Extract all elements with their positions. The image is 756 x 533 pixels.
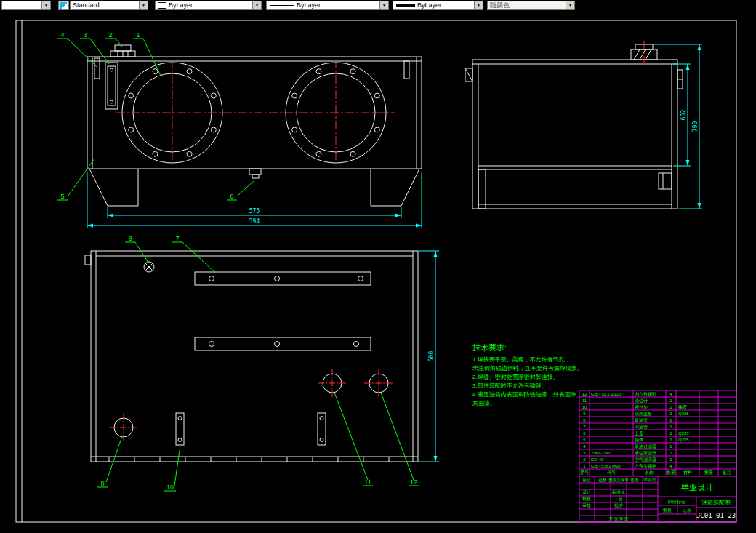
chevron-down-icon[interactable]: ▼ [379,1,388,9]
parts-row: 5 箱体 1 Q235 [583,437,689,442]
callout-label: 7 [175,235,179,242]
parts-row: 1 GB/T5781 M20 六角头螺栓 4 [583,463,672,469]
chevron-down-icon[interactable]: ▼ [566,1,574,9]
part-qty: 1 [669,431,672,436]
callout-label: 6 [230,193,233,200]
lineweight-sample-icon [396,4,415,7]
plotstyle-value: 随颜色 [488,1,520,9]
side-view [465,44,683,209]
tb-header-weight: 重量 [704,470,713,475]
part-code: EG-40 [591,457,604,462]
part-no: 7 [583,425,586,429]
rev-date: 年月日 [644,478,656,483]
tb-header-name: 名称 [645,470,654,476]
parts-row: 12 GB/T70.1-2000 内六角螺钉 4 [582,391,673,396]
parts-row: 7 回油管 1 [583,424,672,430]
color-value: ByLayer [166,1,203,9]
text-style-dropdown[interactable]: Standard ▼ [70,1,148,10]
part-name: 空气滤清器 [635,457,656,462]
bottom-view [85,251,418,462]
part-qty: 1 [669,444,672,449]
part-no: 9 [583,412,586,416]
bottom-view-centerlines [109,369,393,442]
part-qty: 1 [669,438,672,442]
chevron-down-icon[interactable]: ▼ [252,1,261,9]
part-name: 油位计 [635,398,648,404]
text-style-value: Standard [71,1,110,9]
color-dropdown[interactable]: ByLayer ▼ [155,1,262,10]
scale-label: 比例 [683,508,691,513]
part-name: 上盖 [634,430,643,436]
title-block: 12 GB/T70.1-2000 内六角螺钉 4 11 油位计 1 10 密封垫… [579,390,736,522]
part-material: Q235 [678,438,689,442]
callout-label: 3 [83,31,87,39]
part-no: 11 [582,398,587,403]
color-swatch-icon [158,2,166,9]
part-no: 8 [583,418,586,422]
tb-header-no: 序号 [580,470,589,475]
callout-label: 10 [166,484,174,491]
linetype-dropdown[interactable]: ByLayer ▼ [266,1,389,10]
part-name: 回油管 [635,424,648,430]
lineweight-value: ByLayer [415,1,451,9]
part-qty: 2 [669,405,672,409]
part-material: Q235 [678,431,689,436]
part-code: GB/T70.1-2000 [591,392,622,396]
parts-row: 9 清洗盖板 2 Q235 [583,411,689,417]
dimension-value: 602 [680,110,687,121]
parts-row: 3 YWZ-150T 液位液温计 1 [583,450,672,455]
part-qty: 1 [669,451,672,455]
dimension-value: 500 [428,351,435,362]
sig-check: 校核 [582,497,591,501]
front-view [87,45,422,206]
tech-req-line: 未注倒角锐边倒钝，且不允许有漏焊现象。 [472,365,583,372]
project-title: 毕业设计 [681,483,713,492]
layer-dropdown[interactable]: ▼ [1,1,51,10]
chevron-down-icon[interactable]: ▼ [474,1,483,9]
part-name: 六角头螺栓 [635,463,656,469]
callout-label: 4 [60,31,64,39]
dimension-value: 790 [692,121,699,132]
part-no: 3 [583,451,586,455]
sig-standard: 标准化 [611,490,625,495]
rev-mark: 标记 [582,478,592,483]
part-qty: 1 [669,418,672,422]
part-material: 橡胶 [678,404,687,410]
part-name: 吸油管 [635,417,648,423]
part-no: 12 [582,392,587,396]
tb-header-qty: 数量 [667,470,675,475]
part-no: 10 [582,405,587,409]
sheet-frame [16,20,736,522]
chevron-down-icon[interactable]: ▼ [139,1,148,9]
tech-req-line: 1.焊接要平整、美观，不允许有气孔， [472,356,571,363]
part-qty: 2 [669,412,672,416]
properties-toolbar: ▼ Standard ▼ ByLayer ▼ ByLayer ▼ ByLayer… [0,0,756,10]
style-manager-button[interactable] [58,1,69,10]
tech-req-line: 灰面漆。 [472,400,496,406]
part-qty: 4 [669,392,672,396]
part-no: 4 [583,444,586,449]
callout-label: 9 [100,480,104,487]
part-qty: 1 [669,425,672,429]
signature-rows: 设计 标准化 校核 工艺 审核 批准 共 张 第 张 [582,489,629,521]
part-qty: 1 [669,398,672,403]
chevron-down-icon[interactable]: ▼ [41,1,50,9]
bottom-view-dimensions: 500 [419,251,439,462]
part-name: 内六角螺钉 [635,391,656,396]
weight-label: 重量 [662,508,672,513]
tech-requirements: 技术要求: 1.焊接要平整、美观，不允许有气孔， 未注倒角锐边倒钝，且不允许有漏… [472,343,583,406]
plotstyle-dropdown[interactable]: 随颜色 ▼ [487,1,575,10]
part-code: GB/T5781 M20 [591,464,621,468]
lineweight-dropdown[interactable]: ByLayer ▼ [393,1,483,10]
part-name: 液位液温计 [635,450,656,455]
sheet-count: 共 张 第 张 [608,516,629,521]
dimension-value: 575 [249,208,260,215]
drawing-title: 油箱装配图 [701,500,731,506]
part-material: Q235 [678,412,689,416]
side-view-dimensions: 602 790 [654,44,702,209]
rev-doc: 更改文件号 [608,478,629,482]
drawing-canvas[interactable]: 575 594 4 3 2 1 5 6 [0,10,756,533]
part-qty: 1 [669,457,672,462]
part-no: 2 [583,457,586,462]
parts-row: 11 油位计 1 [582,398,672,404]
